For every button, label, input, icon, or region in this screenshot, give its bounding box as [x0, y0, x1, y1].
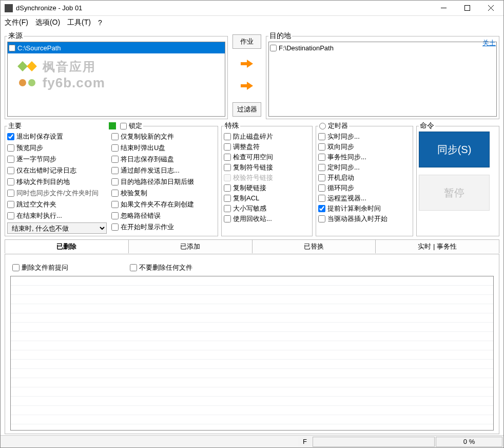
close-button[interactable]: [479, 1, 502, 16]
middle-buttons: 作业 过滤器: [231, 31, 263, 119]
chk-realtime-sync[interactable]: [318, 133, 325, 140]
window-title: dSynchronize - Job 01: [16, 4, 432, 12]
timer-legend: 定时器: [318, 121, 349, 130]
source-path: C:\SourcePath: [17, 44, 61, 52]
job-button[interactable]: 作业: [232, 34, 261, 49]
special-legend: 特殊: [224, 121, 240, 130]
tab-realtime[interactable]: 实时 | 事务性: [375, 239, 499, 253]
chk-verify-copy[interactable]: [111, 190, 119, 197]
chk-verify-symlink: [224, 174, 231, 181]
lock-checkbox[interactable]: [120, 123, 127, 129]
chk-remote-monitor[interactable]: [318, 195, 325, 202]
sync-button[interactable]: 同步(S): [419, 132, 490, 167]
filter-button[interactable]: 过滤器: [232, 102, 261, 117]
log-tabs: 已删除 已添加 已替换 实时 | 事务性: [5, 239, 499, 253]
destination-legend: 目的地: [268, 31, 292, 41]
chk-save-on-exit[interactable]: [7, 133, 14, 140]
chk-ask-before-delete[interactable]: [12, 264, 20, 271]
chk-move-to-dest[interactable]: [7, 178, 14, 185]
chk-anti-frag[interactable]: [224, 133, 231, 140]
source-list[interactable]: C:\SourcePath 枫音应用 fy6b.com: [7, 42, 225, 117]
chk-ignore-path-err[interactable]: [111, 212, 119, 219]
chk-loop-sync[interactable]: [318, 184, 325, 192]
tab-added[interactable]: 已添加: [128, 239, 253, 253]
command-legend: 命令: [419, 121, 435, 130]
chk-create-missing[interactable]: [111, 201, 119, 208]
app-icon: [5, 4, 13, 12]
source-group: 来源 C:\SourcePath 枫音应用 fy6b.com: [5, 31, 228, 119]
end-action-combo[interactable]: 结束时, 什么也不做: [7, 222, 107, 234]
chk-preview-sync[interactable]: [7, 144, 14, 152]
chk-byte-sync[interactable]: [7, 156, 14, 163]
special-options-group: 特殊 防止磁盘碎片 调整盘符 检查可用空间 复制符号链接 校验符号链接 复制硬链…: [221, 121, 313, 236]
tab-panel: 删除文件前提问 不要删除任何文件: [5, 254, 499, 434]
menu-options[interactable]: 选项(O): [35, 18, 60, 27]
minimize-button[interactable]: [432, 1, 455, 16]
destination-row-checkbox[interactable]: [270, 45, 277, 51]
chk-date-suffix[interactable]: [111, 178, 119, 185]
chk-transactional[interactable]: [318, 154, 325, 161]
chk-eject-u[interactable]: [111, 144, 119, 152]
chk-log-only-err[interactable]: [7, 167, 14, 174]
arrow-right-1-icon[interactable]: [239, 58, 255, 71]
chk-dont-delete-any[interactable]: [130, 264, 137, 271]
close-link[interactable]: 关土: [482, 39, 496, 48]
chk-exec-on-end[interactable]: [7, 212, 14, 219]
destination-path: F:\DestinationPath: [279, 44, 334, 52]
chk-case-sensitive[interactable]: [224, 205, 231, 212]
chk-calc-ahead[interactable]: [318, 205, 325, 212]
svg-marker-5: [241, 82, 253, 90]
statusbar: F 0 %: [1, 435, 503, 447]
menu-help[interactable]: ?: [98, 18, 102, 27]
source-row-checkbox[interactable]: [9, 45, 15, 51]
tab-replaced[interactable]: 已替换: [252, 239, 376, 253]
chk-save-log[interactable]: [111, 156, 119, 163]
chk-copy-hardlink[interactable]: [224, 184, 231, 192]
status-f: F: [298, 437, 312, 447]
timer-radio[interactable]: [319, 123, 326, 129]
chk-copy-newer[interactable]: [111, 133, 119, 140]
titlebar: dSynchronize - Job 01: [1, 1, 503, 16]
destination-group: 目的地 关土 F:\DestinationPath: [266, 31, 499, 119]
timer-options-group: 定时器 实时同步... 双向同步 事务性同步... 定时同步... 开机启动 循…: [316, 121, 413, 236]
source-row[interactable]: C:\SourcePath: [8, 42, 225, 53]
main-options-group: 主要 锁定 退出时保存设置 预览同步 逐一字节同步 仅在出错时记录日志 移动文件…: [5, 121, 218, 236]
status-indicator-icon: [109, 122, 116, 129]
watermark: 枫音应用 fy6b.com: [18, 59, 225, 91]
chk-bidir-sync[interactable]: [318, 143, 325, 151]
destination-list[interactable]: F:\DestinationPath: [268, 42, 497, 117]
svg-marker-4: [241, 60, 253, 68]
chk-check-space[interactable]: [224, 154, 231, 161]
chk-adjust-drive[interactable]: [224, 143, 231, 151]
chk-sync-times[interactable]: [7, 190, 14, 197]
chk-copy-symlink[interactable]: [224, 164, 231, 171]
chk-skip-empty[interactable]: [7, 201, 14, 208]
chk-show-job-start[interactable]: [111, 223, 119, 231]
pause-button[interactable]: 暂停: [419, 175, 490, 211]
chk-autostart[interactable]: [318, 174, 325, 181]
log-list[interactable]: [10, 276, 494, 431]
maximize-button[interactable]: [455, 1, 479, 16]
chk-copy-acl[interactable]: [224, 195, 231, 202]
main-legend: 主要 锁定: [7, 121, 143, 130]
status-percent: 0 %: [436, 437, 502, 447]
menu-tools[interactable]: 工具(T): [67, 18, 91, 27]
menubar: 文件(F) 选项(O) 工具(T) ?: [1, 16, 503, 29]
destination-row[interactable]: F:\DestinationPath: [269, 42, 496, 53]
source-legend: 来源: [7, 31, 24, 41]
chk-use-recycle[interactable]: [224, 215, 231, 222]
tab-deleted[interactable]: 已删除: [5, 239, 129, 253]
svg-rect-1: [464, 6, 470, 11]
status-progress-bar: [313, 437, 435, 447]
menu-file[interactable]: 文件(F): [5, 18, 28, 27]
chk-on-drive-insert[interactable]: [318, 215, 325, 222]
chk-email-log[interactable]: [111, 167, 119, 174]
command-group: 命令 同步(S) 暂停: [416, 121, 499, 236]
chk-scheduled[interactable]: [318, 164, 325, 171]
arrow-right-2-icon[interactable]: [239, 80, 255, 93]
